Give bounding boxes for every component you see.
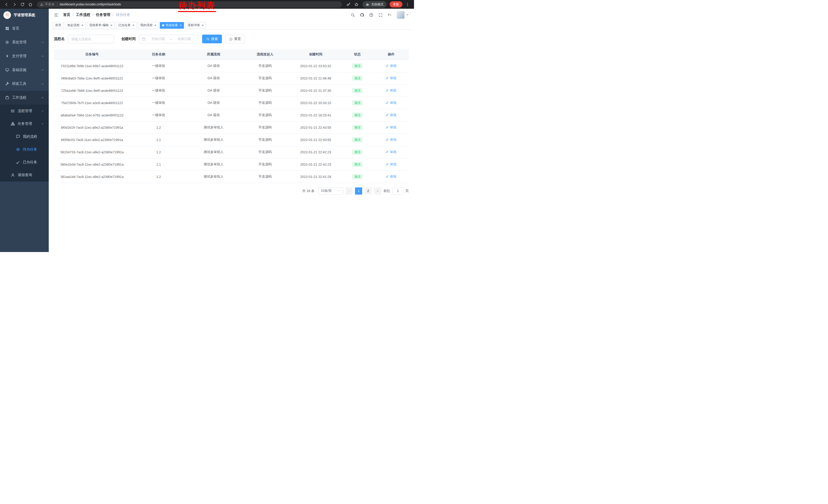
approve-link[interactable]: 审批 xyxy=(385,174,397,179)
approve-link[interactable]: 审批 xyxy=(385,63,397,68)
sidebar-item[interactable]: 请假查询 xyxy=(0,169,49,182)
close-icon[interactable]: × xyxy=(179,24,181,27)
process-icon xyxy=(11,109,15,113)
tab[interactable]: 首页 × xyxy=(53,22,64,29)
sidebar: 芋道管理系统 首页 系统管理 ¥ 支付管理 xyxy=(0,9,49,252)
process-cell: OA 请假 xyxy=(187,109,240,121)
page-number-button[interactable]: 2 xyxy=(365,187,372,194)
goto-page-input[interactable] xyxy=(392,187,403,194)
initiator-cell: 芋道源码 xyxy=(240,171,290,183)
approve-link[interactable]: 审批 xyxy=(385,76,397,81)
created-time-cell: 2022-01-21 22:43:55 xyxy=(290,134,341,146)
initiator-cell: 芋道源码 xyxy=(240,158,290,171)
tab[interactable]: 流程表单-编辑 × xyxy=(87,22,115,29)
active-dot xyxy=(162,25,164,27)
help-icon[interactable] xyxy=(369,13,373,17)
tab[interactable]: 我的流程 × xyxy=(138,22,159,29)
process-cell: OA 请假 xyxy=(187,84,240,97)
sidebar-item[interactable]: 我的流程 xyxy=(0,130,49,143)
fullscreen-icon[interactable] xyxy=(378,13,383,17)
edit-icon xyxy=(385,101,389,104)
approve-link[interactable]: 审批 xyxy=(385,113,397,118)
user-avatar[interactable] xyxy=(397,11,405,19)
action-cell: 审批 xyxy=(373,84,409,97)
status-cell: 激活 xyxy=(341,158,373,171)
font-size-icon[interactable]: TT xyxy=(387,13,392,17)
content-area: 流程名 创建时间 开始日期 - 结束日期 搜索 重置 xyxy=(49,30,414,252)
sidebar-item[interactable]: 待办任务 xyxy=(0,143,49,156)
github-icon[interactable] xyxy=(360,13,364,17)
task-name-cell: 1.1 xyxy=(130,134,187,146)
tab[interactable]: 待办任务 × xyxy=(160,22,184,29)
omnibox-divider xyxy=(57,3,57,6)
sidebar-item[interactable]: 工作流程 xyxy=(0,91,49,104)
status-cell: 激活 xyxy=(341,171,373,183)
reload-icon[interactable] xyxy=(20,2,25,7)
sidebar-item[interactable]: 已办任务 xyxy=(0,156,49,169)
reset-button[interactable]: 重置 xyxy=(225,35,245,43)
update-button[interactable]: 更新 xyxy=(389,1,403,7)
key-icon[interactable] xyxy=(346,2,350,7)
breadcrumb-item[interactable]: 待办任务 xyxy=(110,12,130,17)
sidebar-item[interactable]: 任务管理 xyxy=(0,118,49,130)
sidebar-item[interactable]: ¥ 支付管理 xyxy=(0,49,49,63)
breadcrumb-item[interactable]: 任务管理 xyxy=(90,12,110,17)
table-row: 75d72608-7b7f-11ec-a3c8-acde48001122 一级审… xyxy=(54,97,409,109)
next-page-button[interactable] xyxy=(374,187,381,194)
close-icon[interactable]: × xyxy=(81,24,83,27)
close-icon[interactable]: × xyxy=(202,24,204,27)
header-actions: TT xyxy=(346,11,409,19)
sidebar-item-label: 请假查询 xyxy=(18,173,32,177)
prev-page-button[interactable] xyxy=(345,187,353,194)
home-icon[interactable] xyxy=(28,2,33,7)
sidebar-item[interactable]: 流程管理 xyxy=(0,104,49,118)
calendar-icon xyxy=(142,37,146,41)
caret-down-icon xyxy=(338,189,341,192)
sidebar-item[interactable]: 研发工具 xyxy=(0,77,49,91)
breadcrumb-item[interactable]: 首页 xyxy=(63,12,70,17)
process-cell: OA 请假 xyxy=(187,72,240,84)
close-icon[interactable]: × xyxy=(111,24,113,27)
forward-icon[interactable] xyxy=(12,2,17,7)
browser-menu-icon[interactable] xyxy=(405,2,410,7)
bookmark-star-icon[interactable] xyxy=(354,2,359,7)
breadcrumb-item[interactable]: 工作流程 xyxy=(70,12,90,17)
sidebar-menu: 首页 系统管理 ¥ 支付管理 基础设施 xyxy=(0,21,49,252)
search-icon[interactable] xyxy=(350,13,355,17)
sidebar-item[interactable]: 首页 xyxy=(0,21,49,35)
approve-link[interactable]: 审批 xyxy=(385,88,397,93)
date-range-picker[interactable]: 开始日期 - 结束日期 xyxy=(139,35,199,43)
back-icon[interactable] xyxy=(4,2,9,7)
process-cell: OA 请假 xyxy=(187,60,240,72)
approve-link[interactable]: 审批 xyxy=(385,150,397,154)
close-icon[interactable]: × xyxy=(132,24,134,27)
approve-link[interactable]: 审批 xyxy=(385,100,397,105)
search-button[interactable]: 搜索 xyxy=(202,35,222,43)
table-row: a6aba0a4-7b6d-11ec-b781-acde48001122 一级审… xyxy=(54,109,409,121)
tab[interactable]: 已办任务 × xyxy=(116,22,137,29)
sidebar-toggle-icon[interactable] xyxy=(54,12,59,17)
status-badge: 激活 xyxy=(352,125,363,130)
initiator-cell: 芋道源码 xyxy=(240,121,290,134)
sidebar-item-label: 我的流程 xyxy=(23,134,37,139)
tab[interactable]: 流程详情 × xyxy=(185,22,206,29)
avatar-caret-icon[interactable] xyxy=(406,13,409,16)
page-size-select[interactable]: 10条/页 xyxy=(318,187,343,194)
approve-link[interactable]: 审批 xyxy=(385,125,397,130)
filter-bar: 流程名 创建时间 开始日期 - 结束日期 搜索 重置 xyxy=(54,35,409,43)
incognito-badge: 无痕模式 xyxy=(363,1,386,8)
approve-link[interactable]: 审批 xyxy=(385,162,397,167)
action-cell: 审批 xyxy=(373,60,409,72)
status-badge: 激活 xyxy=(352,63,363,68)
approve-link[interactable]: 审批 xyxy=(385,137,397,142)
sidebar-item[interactable]: 基础设施 xyxy=(0,63,49,77)
task-id-cell: 580e1b3d-7ac8-11ec-a9e2-a2380e71991a xyxy=(54,158,130,171)
page-number-button[interactable]: 1 xyxy=(355,187,362,194)
close-icon[interactable]: × xyxy=(155,24,157,27)
process-name-input[interactable] xyxy=(68,35,114,43)
sidebar-item[interactable]: 系统管理 xyxy=(0,35,49,49)
task-name-cell: 一级审批 xyxy=(130,97,187,109)
process-cell: OA 请假 xyxy=(187,97,240,109)
tab[interactable]: 发起流程 × xyxy=(65,22,86,29)
gear-icon xyxy=(5,40,9,44)
